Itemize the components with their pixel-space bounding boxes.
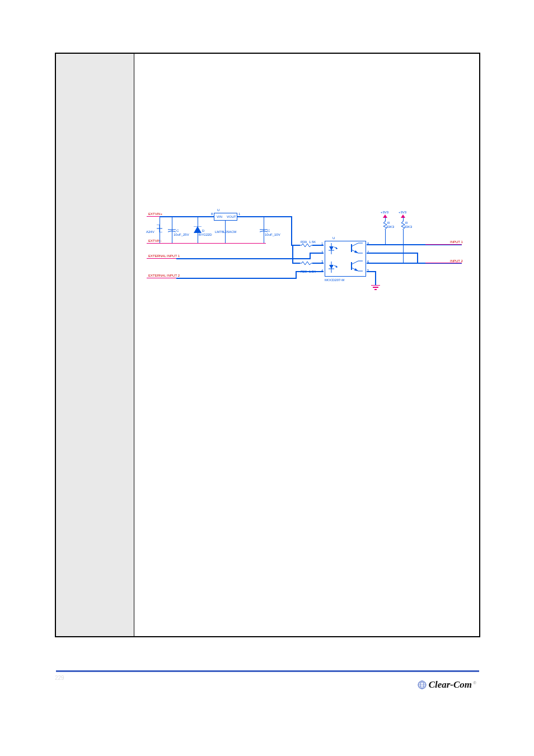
registered-icon: ® (473, 680, 476, 685)
brand-name: Clear-Com (429, 679, 472, 690)
wire (425, 263, 462, 263)
opto-pin-4: 4 (321, 269, 323, 272)
wire (291, 216, 292, 245)
r-pull-a-symbol (383, 221, 387, 230)
u-right-part: MOCD207-M (325, 278, 344, 282)
r-pull-b-value: 33K3 (404, 225, 412, 228)
d-zener-part: A24V (146, 230, 154, 234)
wire (375, 271, 376, 285)
wire (417, 253, 418, 264)
globe-icon (418, 680, 427, 689)
page-number: 229 (55, 675, 64, 681)
wire (425, 244, 462, 245)
wire (176, 258, 311, 259)
r-pull-a-refdes: R (387, 221, 390, 225)
u-right-refdes: U (332, 236, 335, 240)
r20-value: 1.5K (309, 270, 316, 273)
opto-led-2-symbol (328, 262, 340, 273)
d-tvs-symbol (194, 226, 202, 234)
u-left-pin-8: 8 (211, 212, 213, 216)
wire (176, 278, 297, 279)
c-in-symbol (168, 228, 176, 234)
u-left-vout: VOUT (227, 215, 236, 218)
opto-led-1-symbol (328, 243, 340, 254)
brand-logo: Clear-Com® (418, 679, 476, 692)
svg-marker-20 (336, 265, 338, 268)
d-tvs-refdes: D (202, 229, 204, 232)
svg-marker-9 (336, 247, 338, 249)
r-pull-b-refdes: R (405, 221, 407, 225)
wire (403, 230, 404, 263)
net-ext-input-1: EXTERNAL INPUT 1 (148, 254, 180, 258)
schematic-diagram: EXTVIN+ 8 U VIN VOUT 1 LM78L05ACM R39 (146, 209, 465, 307)
opto-transistor-2-symbol (347, 260, 364, 272)
d-zener-symbol (155, 225, 164, 232)
c-in-refdes: C (176, 229, 179, 232)
r20-refdes: R20 (301, 270, 307, 273)
content-area: EXTVIN+ 8 U VIN VOUT 1 LM78L05ACM R39 (134, 54, 479, 636)
opto-transistor-1-symbol (347, 242, 364, 254)
c-out-symbol (260, 228, 268, 234)
net-input-2: INPUT 2 (450, 259, 463, 263)
rail-3v3-b: +3V3 (399, 211, 406, 214)
footer-divider (56, 670, 479, 672)
net-ext-input-2: EXTERNAL INPUT 2 (148, 274, 180, 277)
wire (160, 216, 214, 217)
wire (292, 263, 300, 264)
opto-pin-2: 2 (321, 250, 323, 254)
r20-symbol (300, 262, 312, 265)
svg-marker-6 (329, 246, 334, 250)
net-extvin-pos: EXTVIN+ (148, 212, 162, 216)
document-border: EXTVIN+ 8 U VIN VOUT 1 LM78L05ACM R39 (55, 53, 480, 637)
page-root: EXTVIN+ 8 U VIN VOUT 1 LM78L05ACM R39 (0, 0, 534, 756)
wire (367, 253, 418, 254)
r-pull-b-symbol (401, 221, 405, 230)
u-left-part: LM78L05ACM (215, 230, 236, 234)
opto-pin-3: 3 (321, 260, 323, 263)
u-left-pin-1: 1 (238, 212, 240, 216)
opto-pin-1: 1 (321, 242, 323, 245)
gnd-symbol (371, 285, 380, 291)
sidebar (56, 54, 134, 636)
svg-marker-17 (329, 265, 334, 269)
c-in-value: 10uF_25V (174, 233, 189, 236)
svg-marker-2 (194, 226, 202, 233)
u-left-refdes: U (217, 208, 219, 212)
r-pull-a-value: 33K3 (386, 225, 394, 228)
r39-symbol (300, 244, 312, 247)
svg-line-11 (352, 243, 358, 246)
u-left-vin: VIN (217, 215, 222, 218)
c-out-refdes: C (268, 229, 270, 232)
wire (296, 271, 297, 279)
wire (385, 230, 386, 244)
wire (147, 243, 266, 244)
net-input-1: INPUT 1 (450, 240, 463, 244)
wire (237, 216, 292, 217)
rail-3v3-a: +3V3 (381, 211, 388, 214)
wire (225, 221, 226, 243)
svg-marker-24 (354, 268, 358, 271)
svg-marker-13 (354, 250, 358, 253)
wire (292, 245, 293, 263)
svg-line-22 (352, 261, 358, 264)
